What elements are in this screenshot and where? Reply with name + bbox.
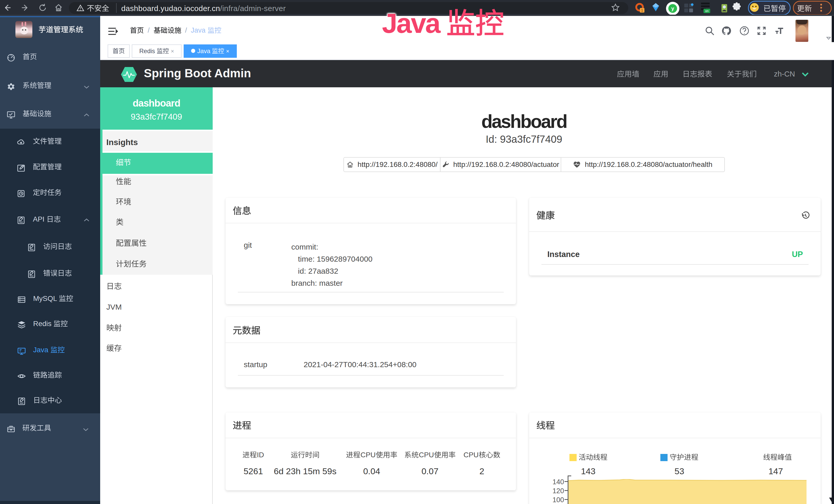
svg-text:on: on: [705, 9, 708, 13]
svg-text:1: 1: [641, 8, 643, 12]
svg-text:y: y: [671, 6, 674, 11]
